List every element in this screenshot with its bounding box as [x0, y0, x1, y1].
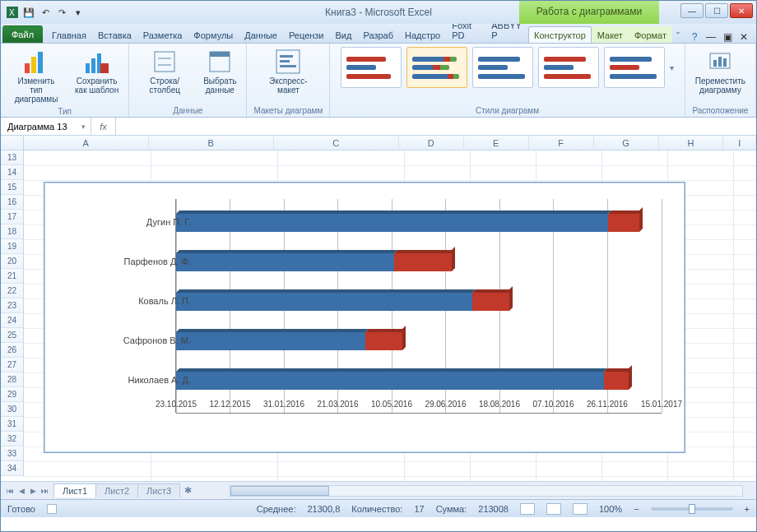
- tab-data[interactable]: Данные: [239, 26, 283, 43]
- col-head-D[interactable]: D: [399, 136, 464, 150]
- row-head-26[interactable]: 26: [1, 343, 24, 358]
- sheet-tab-2[interactable]: Лист2: [95, 483, 138, 497]
- view-pagebreak-button[interactable]: [573, 503, 587, 515]
- row-head-34[interactable]: 34: [1, 461, 24, 476]
- change-chart-type-button[interactable]: Изменить тип диаграммы: [7, 47, 65, 105]
- chart-style-2[interactable]: [406, 47, 467, 88]
- quick-layout-button[interactable]: Экспресс-макет: [259, 47, 317, 96]
- chart-object[interactable]: Николаев А. Д.Сафронов В. М.Коваль Л. П.…: [44, 182, 685, 453]
- chart-bar[interactable]: [176, 372, 629, 390]
- chart-style-5[interactable]: [604, 47, 665, 88]
- redo-icon[interactable]: ↷: [55, 6, 68, 19]
- zoom-level[interactable]: 100%: [599, 504, 622, 514]
- tab-home[interactable]: Главная: [46, 26, 92, 43]
- col-head-B[interactable]: B: [149, 136, 274, 150]
- chart-style-3[interactable]: [472, 47, 533, 88]
- horizontal-scrollbar[interactable]: [230, 485, 743, 497]
- row-head-27[interactable]: 27: [1, 358, 24, 372]
- row-head-24[interactable]: 24: [1, 313, 24, 328]
- row-head-22[interactable]: 22: [1, 284, 24, 298]
- row-head-29[interactable]: 29: [1, 387, 24, 402]
- save-template-button[interactable]: Сохранить как шаблон: [72, 47, 122, 96]
- row-head-20[interactable]: 20: [1, 254, 24, 269]
- tab-formulas[interactable]: Формулы: [188, 26, 239, 43]
- tab-nav-next-icon[interactable]: ▶: [27, 487, 39, 495]
- maximize-button[interactable]: ☐: [705, 3, 728, 18]
- tab-review[interactable]: Рецензи: [283, 26, 330, 43]
- chart-bar[interactable]: [176, 332, 402, 350]
- view-normal-button[interactable]: [520, 503, 535, 515]
- tab-nav-first-icon[interactable]: ⏮: [4, 487, 16, 495]
- move-chart-button[interactable]: Переместить диаграмму: [692, 47, 749, 96]
- col-head-C[interactable]: C: [274, 136, 399, 150]
- switch-row-column-button[interactable]: Строка/столбец: [136, 47, 193, 96]
- macro-record-icon[interactable]: [47, 504, 57, 514]
- col-head-A[interactable]: A: [24, 136, 149, 150]
- hscroll-thumb[interactable]: [230, 486, 329, 496]
- chart-bar[interactable]: [176, 253, 452, 271]
- chart-bar[interactable]: [176, 293, 509, 311]
- workbook-min-icon[interactable]: —: [705, 31, 717, 43]
- col-head-G[interactable]: G: [594, 136, 659, 150]
- row-head-31[interactable]: 31: [1, 417, 24, 432]
- tab-nav-prev-icon[interactable]: ◀: [16, 487, 27, 495]
- zoom-out-icon[interactable]: −: [634, 504, 639, 514]
- row-head-15[interactable]: 15: [1, 180, 24, 195]
- row-head-13[interactable]: 13: [1, 150, 24, 165]
- tab-nav-last-icon[interactable]: ⏭: [39, 487, 50, 495]
- row-head-21[interactable]: 21: [1, 269, 24, 284]
- chart-bar[interactable]: [176, 214, 639, 232]
- zoom-in-icon[interactable]: +: [745, 504, 750, 514]
- view-pagelayout-button[interactable]: [546, 503, 561, 515]
- tab-view[interactable]: Вид: [330, 26, 358, 43]
- col-head-I[interactable]: I: [723, 136, 755, 150]
- tab-chart-format[interactable]: Формат: [629, 26, 672, 43]
- col-head-F[interactable]: F: [529, 136, 594, 150]
- qat-dropdown-icon[interactable]: ▾: [72, 6, 85, 19]
- minimize-ribbon-icon[interactable]: ˇ: [672, 31, 684, 43]
- select-all-corner[interactable]: [1, 136, 24, 150]
- undo-icon[interactable]: ↶: [39, 6, 52, 19]
- row-head-16[interactable]: 16: [1, 195, 24, 210]
- close-button[interactable]: ✕: [730, 3, 753, 18]
- name-box[interactable]: ▾: [1, 118, 91, 135]
- styles-more-icon[interactable]: ▾: [670, 63, 674, 72]
- row-head-23[interactable]: 23: [1, 298, 24, 313]
- sheet-tab-3[interactable]: Лист3: [137, 483, 180, 497]
- chart-plot-area[interactable]: [176, 199, 662, 413]
- zoom-slider-thumb[interactable]: [689, 504, 695, 514]
- col-head-E[interactable]: E: [464, 136, 529, 150]
- select-data-button[interactable]: Выбрать данные: [200, 47, 239, 96]
- row-head-19[interactable]: 19: [1, 239, 24, 254]
- tab-chart-design[interactable]: Конструктор: [528, 26, 592, 43]
- row-head-30[interactable]: 30: [1, 402, 24, 417]
- row-head-14[interactable]: 14: [1, 165, 24, 180]
- row-head-33[interactable]: 33: [1, 446, 24, 461]
- chart-styles-gallery[interactable]: ▾: [341, 47, 674, 88]
- chart-style-1[interactable]: [341, 47, 402, 88]
- row-head-25[interactable]: 25: [1, 328, 24, 343]
- tab-layout[interactable]: Разметка: [137, 26, 188, 43]
- minimize-button[interactable]: —: [680, 3, 704, 18]
- chart-style-4[interactable]: [538, 47, 599, 88]
- name-box-input[interactable]: [6, 121, 81, 132]
- row-head-28[interactable]: 28: [1, 372, 24, 387]
- sheet-tab-1[interactable]: Лист1: [53, 483, 96, 497]
- fx-icon[interactable]: fx: [91, 118, 116, 135]
- row-head-17[interactable]: 17: [1, 210, 24, 224]
- new-sheet-icon[interactable]: ✱: [179, 485, 197, 496]
- help-icon[interactable]: ?: [689, 31, 700, 43]
- tab-insert[interactable]: Вставка: [92, 26, 137, 43]
- workbook-close-icon[interactable]: ✕: [738, 31, 750, 43]
- zoom-slider[interactable]: [651, 507, 733, 511]
- tab-file[interactable]: Файл: [2, 25, 43, 43]
- tab-chart-layout[interactable]: Макет: [592, 26, 629, 43]
- save-icon[interactable]: 💾: [22, 6, 35, 19]
- col-head-H[interactable]: H: [659, 136, 724, 150]
- formula-input[interactable]: [116, 118, 756, 135]
- row-head-18[interactable]: 18: [1, 224, 24, 239]
- tab-developer[interactable]: Разраб: [357, 26, 399, 43]
- tab-addins[interactable]: Надстро: [399, 26, 446, 43]
- row-head-32[interactable]: 32: [1, 432, 24, 446]
- workbook-restore-icon[interactable]: ▣: [722, 31, 733, 43]
